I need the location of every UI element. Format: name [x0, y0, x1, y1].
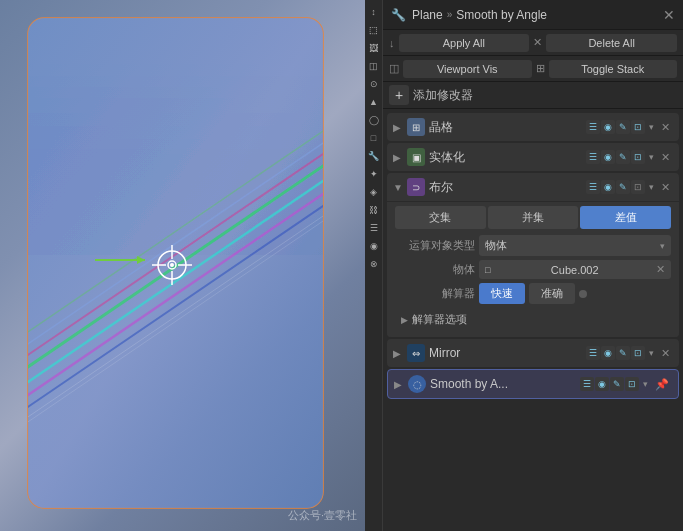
operation-type-dropdown[interactable]: ▾: [660, 241, 665, 251]
toolbar-icon-modifier[interactable]: 🔧: [366, 148, 382, 164]
solidify-cage-vis[interactable]: ⊡: [631, 150, 645, 164]
lattice-render-vis[interactable]: ◉: [601, 120, 615, 134]
smooth-pin[interactable]: 📌: [652, 377, 672, 392]
solidify-realtime-vis[interactable]: ☰: [586, 150, 600, 164]
modifier-lattice-header[interactable]: ▶ ⊞ 晶格 ☰ ◉ ✎ ⊡ ▾ ✕: [387, 113, 679, 141]
bool-operation-tabs: 交集 并集 差值: [395, 206, 671, 229]
solver-options-label: 解算器选项: [412, 312, 467, 327]
bool-tab-intersect[interactable]: 交集: [395, 206, 486, 229]
solver-exact-button[interactable]: 准确: [529, 283, 575, 304]
modifiers-list: ▶ ⊞ 晶格 ☰ ◉ ✎ ⊡ ▾ ✕ ▶ ▣ 实体化 ☰: [383, 109, 683, 531]
lattice-name: 晶格: [429, 119, 582, 136]
lattice-realtime-vis[interactable]: ☰: [586, 120, 600, 134]
modifier-smooth-header[interactable]: ▶ ◌ Smooth by A... ☰ ◉ ✎ ⊡ ▾ 📌: [388, 370, 678, 398]
toolbar-icon-image[interactable]: 🖼: [366, 40, 382, 56]
solidify-edit-vis[interactable]: ✎: [616, 150, 630, 164]
toolbar-icon-constraints[interactable]: ⛓: [366, 202, 382, 218]
toolbar-icon-viewport: ◫: [389, 62, 399, 75]
smooth-edit-vis[interactable]: ✎: [610, 377, 624, 391]
toggle-stack-button[interactable]: Toggle Stack: [549, 60, 678, 78]
solidify-icon: ▣: [407, 148, 425, 166]
operation-type-row: 运算对象类型 物体 ▾: [395, 235, 671, 256]
toolbar-icon-view[interactable]: ⊙: [366, 76, 382, 92]
mirror-icon: ⇔: [407, 344, 425, 362]
toolbar-icon-world[interactable]: ◯: [366, 112, 382, 128]
toolbar-icon-stack: ⊞: [536, 62, 545, 75]
bool-cage-vis[interactable]: ⊡: [631, 180, 645, 194]
operation-type-value[interactable]: 物体 ▾: [479, 235, 671, 256]
toolbar-icon-physics[interactable]: ◈: [366, 184, 382, 200]
properties-panel: 🔧 Plane » Smooth by Angle ✕ ↓ Apply All …: [383, 0, 683, 531]
svg-line-11: [0, 155, 365, 475]
smooth-render-vis[interactable]: ◉: [595, 377, 609, 391]
toolbar-icon-data[interactable]: ☰: [366, 220, 382, 236]
toolbar-icon-output[interactable]: ◫: [366, 58, 382, 74]
modifier-lattice: ▶ ⊞ 晶格 ☰ ◉ ✎ ⊡ ▾ ✕: [387, 113, 679, 141]
toolbar-icon-object[interactable]: □: [366, 130, 382, 146]
smooth-realtime-vis[interactable]: ☰: [580, 377, 594, 391]
smooth-visibility: ☰ ◉ ✎ ⊡: [580, 377, 639, 391]
solver-options-collapsible[interactable]: ▶ 解算器选项: [395, 308, 671, 331]
mirror-close[interactable]: ✕: [658, 346, 673, 361]
lattice-dropdown[interactable]: ▾: [649, 122, 654, 132]
toolbar-icon-shader[interactable]: ⊗: [366, 256, 382, 272]
modifier-smooth: ▶ ◌ Smooth by A... ☰ ◉ ✎ ⊡ ▾ 📌: [387, 369, 679, 399]
svg-point-13: [168, 261, 176, 269]
solver-options-arrow: ▶: [401, 315, 408, 325]
mirror-edit-vis[interactable]: ✎: [616, 346, 630, 360]
lattice-edit-vis[interactable]: ✎: [616, 120, 630, 134]
apply-all-button[interactable]: Apply All: [399, 34, 530, 52]
modifier-header-icon: 🔧: [391, 8, 406, 22]
object-row: 物体 □ Cube.002 ✕: [395, 260, 671, 279]
mirror-dropdown[interactable]: ▾: [649, 348, 654, 358]
solver-fast-button[interactable]: 快速: [479, 283, 525, 304]
bool-tab-union[interactable]: 并集: [488, 206, 579, 229]
close-panel-button[interactable]: ✕: [663, 7, 675, 23]
viewport[interactable]: 公众号·壹零社: [0, 0, 365, 531]
bool-tab-difference[interactable]: 差值: [580, 206, 671, 229]
smooth-name: Smooth by A...: [430, 377, 576, 391]
modifier-toolbar: ↓ Apply All ✕ Delete All: [383, 30, 683, 56]
bool-realtime-vis[interactable]: ☰: [586, 180, 600, 194]
solidify-dropdown[interactable]: ▾: [649, 152, 654, 162]
object-clear-button[interactable]: ✕: [656, 263, 665, 276]
solver-status-dot: [579, 290, 587, 298]
collapse-arrow-bool[interactable]: ▼: [393, 182, 403, 193]
bool-close[interactable]: ✕: [658, 180, 673, 195]
bool-dropdown[interactable]: ▾: [649, 182, 654, 192]
collapse-arrow-mirror[interactable]: ▶: [393, 348, 403, 359]
object-label: 物体: [395, 262, 475, 277]
svg-line-7: [0, 88, 365, 408]
svg-line-9: [0, 65, 365, 385]
solidify-close[interactable]: ✕: [658, 150, 673, 165]
solidify-render-vis[interactable]: ◉: [601, 150, 615, 164]
collapse-arrow-smooth[interactable]: ▶: [394, 379, 404, 390]
object-icon: □: [485, 265, 490, 275]
lattice-close[interactable]: ✕: [658, 120, 673, 135]
modifier-mirror-header[interactable]: ▶ ⇔ Mirror ☰ ◉ ✎ ⊡ ▾ ✕: [387, 339, 679, 367]
mirror-cage-vis[interactable]: ⊡: [631, 346, 645, 360]
smooth-dropdown[interactable]: ▾: [643, 379, 648, 389]
solidify-visibility: ☰ ◉ ✎ ⊡: [586, 150, 645, 164]
viewport-overlay: [0, 0, 365, 531]
delete-all-button[interactable]: Delete All: [546, 34, 677, 52]
toolbar-icon-material[interactable]: ◉: [366, 238, 382, 254]
mirror-realtime-vis[interactable]: ☰: [586, 346, 600, 360]
collapse-arrow-lattice[interactable]: ▶: [393, 122, 403, 133]
toolbar-icon-render[interactable]: ⬚: [366, 22, 382, 38]
smooth-cage-vis[interactable]: ⊡: [625, 377, 639, 391]
object-value-field[interactable]: □ Cube.002 ✕: [479, 260, 671, 279]
collapse-arrow-solidify[interactable]: ▶: [393, 152, 403, 163]
toolbar-icon-particles[interactable]: ✦: [366, 166, 382, 182]
modifier-bool-header[interactable]: ▼ ⊃ 布尔 ☰ ◉ ✎ ⊡ ▾ ✕: [387, 173, 679, 201]
modifier-solidify-header[interactable]: ▶ ▣ 实体化 ☰ ◉ ✎ ⊡ ▾ ✕: [387, 143, 679, 171]
side-toolbar: ↕ ⬚ 🖼 ◫ ⊙ ▲ ◯ □ 🔧 ✦ ◈ ⛓ ☰ ◉ ⊗: [365, 0, 383, 531]
toolbar-icon-scene[interactable]: ▲: [366, 94, 382, 110]
viewport-vis-button[interactable]: Viewport Vis: [403, 60, 532, 78]
bool-edit-vis[interactable]: ✎: [616, 180, 630, 194]
add-modifier-button[interactable]: +: [389, 85, 409, 105]
toolbar-icon-arrow[interactable]: ↕: [366, 4, 382, 20]
lattice-cage-vis[interactable]: ⊡: [631, 120, 645, 134]
mirror-render-vis[interactable]: ◉: [601, 346, 615, 360]
bool-render-vis[interactable]: ◉: [601, 180, 615, 194]
